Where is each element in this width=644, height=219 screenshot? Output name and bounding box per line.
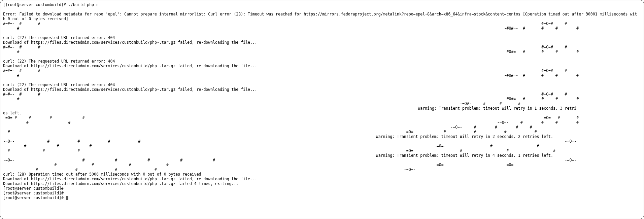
terminal-cursor	[66, 196, 68, 200]
terminal-window[interactable]: [[root@server custombuild]# ./build php …	[0, 0, 644, 219]
terminal-output: [[root@server custombuild]# ./build php …	[3, 2, 637, 200]
